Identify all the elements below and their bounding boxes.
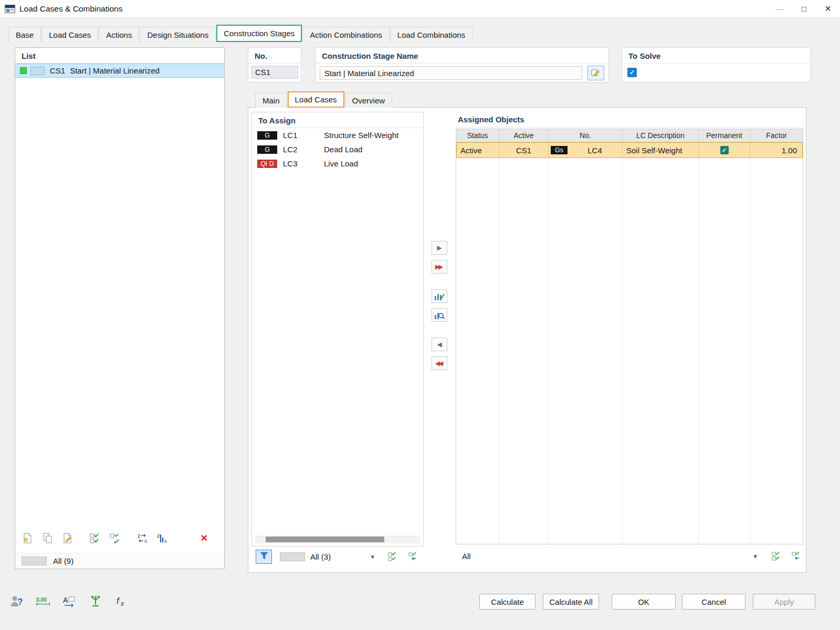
- units-icon[interactable]: 0,00: [36, 594, 50, 608]
- calculate-button[interactable]: Calculate: [479, 594, 536, 610]
- select-all-icon[interactable]: [89, 532, 101, 544]
- svg-text:A: A: [63, 596, 68, 604]
- load-case-name: Dead Load: [324, 145, 423, 154]
- load-case-id: LC2: [283, 145, 324, 154]
- svg-text:2: 2: [157, 533, 160, 539]
- permanent-checkbox[interactable]: ✓: [720, 146, 729, 154]
- copy-stage-icon[interactable]: [41, 532, 54, 544]
- dialog-window: Load Cases & Combinations — □ × Base Loa…: [0, 0, 840, 630]
- column-header-factor[interactable]: Factor: [750, 129, 803, 142]
- invert-selection-icon[interactable]: [109, 532, 121, 544]
- assigned-objects-footer: All ▾: [460, 549, 803, 563]
- help-icon[interactable]: ?: [9, 594, 24, 608]
- minimize-button[interactable]: —: [768, 0, 792, 18]
- list-filter-bar[interactable]: All (9): [15, 553, 224, 569]
- assigned-objects-table: Status Active No. LC Description Permane…: [456, 129, 803, 544]
- table-row[interactable]: Active CS1 Gs LC4 Soil Self-Weight ✓ 1.0…: [456, 142, 803, 158]
- stage-no-field[interactable]: CS1: [251, 66, 298, 79]
- to-assign-filter-dropdown[interactable]: All (3) ▾: [277, 550, 376, 564]
- to-assign-item-lc3[interactable]: QI D LC3 Live Load: [252, 156, 423, 171]
- renumber-options-icon[interactable]: 26: [156, 532, 169, 544]
- svg-text:0,00: 0,00: [36, 597, 47, 603]
- assign-all-button[interactable]: ▶▶: [432, 260, 447, 274]
- tab-load-combinations[interactable]: Load Combinations: [390, 27, 472, 42]
- load-cases-content: To Assign G LC1 Structure Self-Weight G …: [248, 107, 806, 573]
- calculate-all-button[interactable]: Calculate All: [543, 594, 599, 610]
- tab-actions[interactable]: Actions: [99, 27, 139, 42]
- check-icon: ✓: [722, 147, 727, 154]
- subtab-overview[interactable]: Overview: [345, 93, 393, 108]
- window-controls: — □ ×: [768, 0, 840, 18]
- list-panel-title: List: [15, 48, 224, 64]
- assign-one-button[interactable]: ▶: [432, 241, 447, 255]
- tab-construction-stages[interactable]: Construction Stages: [216, 25, 302, 42]
- edit-name-button[interactable]: [587, 66, 604, 80]
- assign-settings-icon[interactable]: [432, 308, 447, 322]
- load-type-badge: G: [257, 145, 277, 154]
- formula-icon[interactable]: fx: [114, 594, 129, 608]
- table-header-row: Status Active No. LC Description Permane…: [456, 129, 803, 142]
- no-label: No.: [248, 48, 301, 64]
- tab-base[interactable]: Base: [8, 27, 41, 42]
- delete-stage-icon[interactable]: ×: [198, 533, 211, 543]
- main-tab-bar: Base Load Cases Actions Design Situation…: [8, 25, 473, 42]
- load-type-badge: Gs: [551, 146, 568, 154]
- svg-text:f: f: [117, 596, 120, 606]
- filter-button[interactable]: [256, 550, 272, 564]
- list-item-id: CS1: [50, 66, 65, 75]
- subtab-main[interactable]: Main: [255, 93, 287, 108]
- new-stage-icon[interactable]: [22, 532, 34, 544]
- assigned-filter-value: All: [462, 552, 471, 561]
- generate-icon[interactable]: [88, 594, 103, 608]
- footer-toolbar: ? 0,00 A fx: [9, 592, 129, 610]
- renumber-icon[interactable]: 26: [136, 532, 149, 544]
- column-header-permanent[interactable]: Permanent: [699, 129, 750, 142]
- to-assign-item-lc2[interactable]: G LC2 Dead Load: [252, 142, 423, 156]
- column-header-no[interactable]: No.: [549, 129, 623, 142]
- chevron-down-icon: ▾: [753, 552, 757, 560]
- load-case-id: LC3: [283, 159, 324, 168]
- assign-check-icon[interactable]: [432, 289, 447, 303]
- column-header-lc-description[interactable]: LC Description: [623, 129, 699, 142]
- remove-all-button[interactable]: ◀◀: [432, 356, 447, 370]
- list-item-name: Start | Material Linearized: [70, 66, 160, 75]
- assigned-filter-dropdown[interactable]: All ▾: [460, 549, 760, 563]
- load-case-id: LC4: [568, 146, 622, 155]
- to-assign-hscrollbar[interactable]: [255, 536, 420, 543]
- filter-color-swatch: [22, 556, 47, 565]
- stage-name-label: Construction Stage Name: [316, 48, 608, 64]
- to-solve-checkbox[interactable]: ✓: [627, 68, 637, 77]
- table-grid-lines: [456, 158, 803, 544]
- column-header-active[interactable]: Active: [499, 129, 549, 142]
- stage-name-field[interactable]: Start | Material Linearized: [320, 66, 582, 80]
- column-header-status[interactable]: Status: [456, 129, 499, 142]
- cell-permanent: ✓: [699, 142, 750, 158]
- app-icon: [5, 4, 15, 14]
- cancel-button[interactable]: Cancel: [682, 594, 746, 610]
- deselect-checks-icon[interactable]: [405, 550, 420, 563]
- rename-icon[interactable]: A: [62, 594, 77, 608]
- tab-design-situations[interactable]: Design Situations: [140, 27, 216, 42]
- ok-button[interactable]: OK: [612, 594, 676, 610]
- to-solve-card: To Solve ✓: [622, 47, 811, 82]
- list-item-cs1[interactable]: CS1 Start | Material Linearized: [15, 64, 224, 78]
- cell-factor: 1.00: [750, 142, 803, 158]
- load-case-id: LC1: [283, 131, 324, 140]
- to-assign-item-lc1[interactable]: G LC1 Structure Self-Weight: [252, 128, 423, 142]
- stage-sub-tabs: Main Load Cases Overview: [255, 91, 393, 108]
- deselect-checks-icon[interactable]: [789, 550, 804, 563]
- maximize-button[interactable]: □: [792, 0, 816, 18]
- subtab-load-cases[interactable]: Load Cases: [288, 91, 344, 108]
- scrollbar-thumb[interactable]: [266, 537, 384, 542]
- tab-action-combinations[interactable]: Action Combinations: [302, 27, 390, 42]
- select-checks-icon[interactable]: [385, 550, 400, 563]
- close-button[interactable]: ×: [816, 0, 840, 18]
- list-filter-label: All (9): [53, 556, 74, 565]
- list-toolbar: 26 26 ×: [22, 531, 218, 545]
- select-checks-icon[interactable]: [769, 550, 783, 563]
- tab-load-cases[interactable]: Load Cases: [41, 27, 98, 42]
- remove-one-button[interactable]: ◀: [432, 338, 447, 351]
- cell-lc-description: Soil Self-Weight: [623, 142, 699, 158]
- to-assign-footer: All (3) ▾: [256, 549, 420, 564]
- edit-stage-icon[interactable]: [61, 532, 74, 544]
